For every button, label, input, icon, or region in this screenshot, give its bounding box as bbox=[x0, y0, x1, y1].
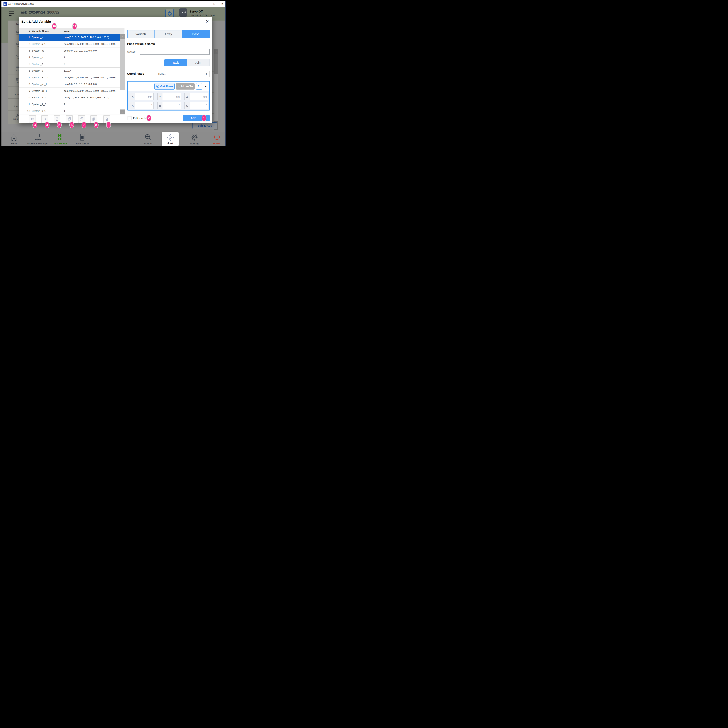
screenshot-stage: D DART-Platform GV02110200 – ☐ ✕ Task_20… bbox=[0, 0, 228, 148]
table-row[interactable]: 12System_b_11 bbox=[18, 108, 120, 115]
jog-label: Jog+ bbox=[167, 142, 173, 145]
scroll-down-icon[interactable]: ▼ bbox=[120, 110, 125, 115]
table-row[interactable]: 4System_b1 bbox=[18, 54, 120, 61]
pose-field-z[interactable]: Zmm bbox=[185, 93, 208, 100]
annotation-badge-7: 7 bbox=[81, 122, 86, 128]
refresh-button[interactable]: ↻ bbox=[196, 83, 202, 90]
dialog-title: Edit & Add Variable bbox=[21, 20, 51, 24]
tab-task[interactable]: Task bbox=[164, 59, 187, 66]
table-row[interactable]: 2System_a_1posx(100.0, 500.0, 500.0, 180… bbox=[18, 41, 120, 47]
annotation-badge-10: 10 bbox=[52, 23, 57, 29]
nav-workcell-manager[interactable]: Workcell Manager bbox=[26, 133, 49, 145]
edit-add-variable-dialog: Edit & Add Variable ✕ # Variable Name ↓ … bbox=[18, 17, 212, 123]
insert-below-icon bbox=[43, 117, 47, 121]
collapse-icon[interactable]: ▲ bbox=[205, 85, 207, 87]
background-scrollbar[interactable]: ▲ ▼ bbox=[214, 49, 219, 130]
table-row[interactable]: 7System_a_1_1posx(100.0, 500.0, 500.0, 1… bbox=[18, 74, 120, 81]
row-delete-icon bbox=[15, 102, 19, 104]
table-row[interactable]: 11System_A_22 bbox=[18, 101, 120, 108]
suppress-icon bbox=[16, 114, 19, 117]
status-timestamp: 2024.05.14 10:09:12 AM bbox=[189, 14, 215, 17]
nav-home[interactable]: Home bbox=[5, 133, 23, 145]
get-pose-button[interactable]: Get Pose bbox=[154, 83, 175, 90]
tab-joint[interactable]: Joint bbox=[187, 59, 210, 66]
trash-icon bbox=[16, 78, 19, 81]
move-to-button[interactable]: Move To bbox=[176, 83, 195, 90]
pose-field-y[interactable]: Ymm bbox=[158, 93, 181, 100]
table-row[interactable]: 8System_aa_1posj(0.0, 0.0, 0.0, 0.0, 0.0… bbox=[18, 81, 120, 88]
background-green-strip bbox=[2, 20, 8, 43]
scrollbar-thumb[interactable] bbox=[120, 39, 125, 90]
segmented-underline bbox=[164, 66, 210, 66]
coordinates-label: Coordinates bbox=[127, 72, 144, 75]
minimize-button[interactable]: – bbox=[203, 1, 210, 7]
robot-arm-icon[interactable] bbox=[179, 8, 187, 17]
pose-field-c[interactable]: C° bbox=[185, 102, 208, 109]
check-document-icon bbox=[55, 117, 59, 121]
jog-dpad-icon bbox=[166, 133, 174, 142]
task-builder-icon bbox=[56, 133, 63, 142]
table-header: # Variable Name ↓ Value ↓ bbox=[18, 28, 124, 34]
annotation-badge-4: 4 bbox=[45, 122, 49, 128]
table-row[interactable]: 1System_aposx(0.0, 34.5, 1652.5, 180.0, … bbox=[18, 34, 120, 41]
dialog-close-icon[interactable]: ✕ bbox=[205, 19, 210, 24]
workcell-manager-icon bbox=[34, 133, 42, 142]
sort-name-icon[interactable]: ↓ bbox=[52, 29, 54, 33]
annotation-badge-11: 11 bbox=[72, 23, 77, 29]
nav-task-writer[interactable]: Task Writer bbox=[73, 133, 92, 145]
page-title: Task_20240514_100832 bbox=[19, 10, 60, 14]
tab-array[interactable]: Array bbox=[154, 30, 182, 38]
gear-icon bbox=[191, 133, 198, 142]
table-scrollbar[interactable]: ▲ ▼ bbox=[120, 34, 124, 115]
chevron-down-icon: ▼ bbox=[205, 73, 208, 75]
pose-field-a[interactable]: A° bbox=[130, 102, 154, 109]
table-row[interactable]: 9System_a1_1posx(400.0, 500.0, 500.0, 18… bbox=[18, 88, 120, 94]
copy-icon bbox=[15, 42, 19, 45]
table-row[interactable]: 3System_aaposj(0.0, 0.0, 0.0, 0.0, 0.0, … bbox=[18, 47, 120, 54]
menu-icon[interactable] bbox=[9, 11, 14, 16]
pose-fields-area: Xmm Ymm Zmm A° B° C° bbox=[128, 91, 209, 110]
edit-mode-label: Edit mode bbox=[133, 117, 146, 120]
scroll-up-icon[interactable]: ▲ bbox=[214, 49, 219, 54]
app-title: DART-Platform GV02110200 bbox=[8, 1, 34, 7]
pose-field-b[interactable]: B° bbox=[158, 102, 181, 109]
col-num: # bbox=[18, 30, 30, 33]
move-down-icon bbox=[177, 85, 180, 88]
scroll-up-icon[interactable]: ▲ bbox=[120, 34, 125, 39]
table-row[interactable]: 6System_B1,2,3,4 bbox=[18, 67, 120, 74]
tab-variable[interactable]: Variable bbox=[127, 30, 154, 38]
annotation-badge-1: 1 bbox=[202, 115, 206, 121]
coordinates-dropdown[interactable]: BASE ▼ bbox=[156, 70, 210, 77]
close-window-button[interactable]: ✕ bbox=[219, 1, 225, 7]
maximize-button[interactable]: ☐ bbox=[211, 1, 217, 7]
nav-setting[interactable]: Setting bbox=[186, 133, 203, 145]
nav-power[interactable]: Power bbox=[208, 133, 226, 145]
pose-name-input[interactable] bbox=[140, 49, 210, 55]
table-row[interactable]: 5System_A2 bbox=[18, 61, 120, 67]
annotation-badge-8: 8 bbox=[94, 122, 99, 128]
annotation-badge-2: 2 bbox=[147, 115, 151, 121]
annotation-badge-6: 6 bbox=[69, 122, 74, 128]
paste-icon bbox=[92, 117, 96, 121]
nav-jog-card[interactable]: Jog+ bbox=[162, 132, 179, 146]
edit-and-add-button[interactable]: Edit & Add bbox=[193, 122, 217, 129]
servo-status: Servo Off bbox=[190, 10, 203, 13]
task-writer-icon bbox=[78, 133, 86, 142]
pose-variable-name-label: Pose Variable Name bbox=[127, 42, 155, 46]
nav-status[interactable]: Status bbox=[139, 133, 157, 145]
sort-value-icon[interactable]: ↓ bbox=[73, 29, 75, 33]
annotation-badge-3: 3 bbox=[32, 122, 37, 128]
pose-field-x[interactable]: Xmm bbox=[130, 93, 154, 100]
table-row[interactable]: 10System_a_2posx(0.0, 34.5, 1652.5, 180.… bbox=[18, 94, 120, 101]
edit-mode-checkbox[interactable] bbox=[127, 116, 132, 120]
paste-icon bbox=[15, 66, 19, 69]
home-icon bbox=[10, 133, 18, 142]
annotation-badge-9: 9 bbox=[106, 122, 111, 128]
title-bar: D DART-Platform GV02110200 – ☐ ✕ bbox=[2, 1, 225, 7]
tab-pose[interactable]: Pose bbox=[182, 30, 210, 38]
scrollbar-thumb[interactable] bbox=[214, 54, 219, 74]
cut-icon bbox=[15, 54, 19, 57]
nav-task-builder[interactable]: Task Builder bbox=[50, 133, 69, 145]
app-window: D DART-Platform GV02110200 – ☐ ✕ Task_20… bbox=[2, 1, 226, 146]
name-prefix-label: System_ bbox=[127, 50, 138, 53]
